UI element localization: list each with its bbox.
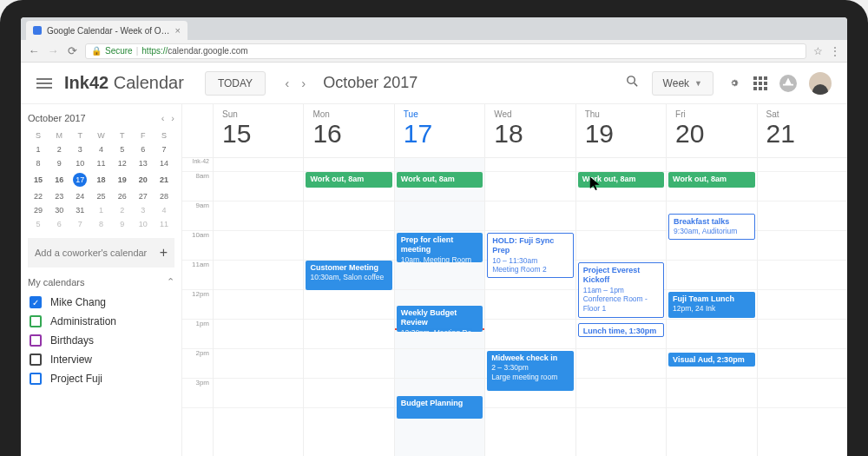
mini-day-cell[interactable]: 6 (49, 217, 69, 231)
my-calendars-header[interactable]: My calendars ⌃ (28, 276, 174, 287)
day-header[interactable]: Thu19 (576, 104, 667, 157)
browser-tab[interactable]: Google Calendar - Week of O… × (26, 21, 187, 40)
calendar-event[interactable]: Project Everest Kickoff11am – 1pmConfere… (578, 262, 664, 318)
mini-day-cell[interactable]: 26 (112, 189, 133, 203)
mini-day-cell[interactable]: 4 (154, 203, 174, 217)
mini-day-cell[interactable]: 17 (69, 170, 90, 189)
calendar-checkbox[interactable] (30, 373, 42, 385)
notifications-icon[interactable] (779, 75, 797, 92)
mini-day-cell[interactable]: 4 (90, 142, 111, 156)
mini-day-cell[interactable]: 30 (49, 203, 69, 217)
mini-day-cell[interactable]: 8 (28, 156, 49, 170)
mini-day-cell[interactable]: 22 (28, 189, 49, 203)
mini-day-cell[interactable]: 18 (90, 170, 111, 189)
calendar-event[interactable]: Prep for client meeting10am, Meeting Roo… (397, 233, 483, 262)
mini-day-cell[interactable]: 7 (154, 142, 174, 156)
day-header[interactable]: Fri20 (667, 104, 757, 157)
next-period-button[interactable]: › (301, 76, 306, 90)
mini-day-cell[interactable]: 6 (133, 142, 154, 156)
back-button[interactable]: ← (28, 44, 40, 57)
mini-day-cell[interactable]: 16 (49, 170, 69, 189)
calendar-event[interactable]: Weekly Budget Review12:30pm, Meeting Ro (397, 306, 483, 332)
account-avatar[interactable] (809, 72, 832, 95)
mini-day-cell[interactable]: 27 (133, 189, 154, 203)
day-header[interactable]: Wed18 (485, 104, 575, 157)
calendar-event[interactable]: Lunch time, 1:30pm (578, 323, 664, 337)
calendar-list-item[interactable]: ✓Mike Chang (28, 293, 174, 312)
mini-day-cell[interactable]: 5 (28, 217, 49, 231)
mini-day-cell[interactable]: 24 (69, 189, 90, 203)
plus-icon[interactable]: + (160, 245, 168, 261)
day-column[interactable]: HOLD: Fuji Sync Prep10 – 11:30amMeeting … (485, 158, 575, 456)
calendar-event[interactable]: Visual Aud, 2:30pm (668, 353, 754, 367)
mini-day-cell[interactable]: 7 (69, 217, 90, 231)
calendar-event[interactable]: Midweek check in2 – 3:30pmLarge meeting … (487, 351, 573, 391)
day-column[interactable] (214, 158, 304, 456)
mini-day-cell[interactable]: 2 (112, 203, 133, 217)
settings-gear-icon[interactable] (726, 74, 741, 93)
mini-day-cell[interactable]: 28 (154, 189, 174, 203)
calendar-list-item[interactable]: Project Fuji (28, 369, 174, 388)
calendar-list-item[interactable]: Birthdays (28, 331, 174, 350)
calendar-event[interactable]: Work out, 8am (306, 172, 391, 188)
mini-prev-button[interactable]: ‹ (161, 113, 165, 123)
mini-day-cell[interactable]: 12 (112, 156, 133, 170)
view-selector[interactable]: Week ▼ (652, 71, 713, 96)
calendar-event[interactable]: Budget Planning (397, 396, 483, 419)
search-icon[interactable] (625, 74, 640, 92)
google-apps-icon[interactable] (753, 76, 767, 90)
calendar-event[interactable]: Customer Meeting10:30am, Salon coffee (306, 261, 391, 290)
calendar-event[interactable]: Fuji Team Lunch12pm, 24 Ink (668, 292, 754, 318)
mini-day-cell[interactable]: 19 (112, 170, 133, 189)
day-header[interactable]: Sat21 (758, 104, 847, 157)
mini-day-cell[interactable]: 14 (154, 156, 174, 170)
calendar-event[interactable]: Breakfast talks9:30am, Auditorium (668, 214, 754, 240)
calendar-checkbox[interactable] (30, 334, 42, 347)
mini-day-cell[interactable]: 21 (154, 170, 174, 189)
day-column[interactable] (758, 158, 847, 456)
calendar-event[interactable]: HOLD: Fuji Sync Prep10 – 11:30amMeeting … (487, 233, 573, 278)
add-coworker-input[interactable]: Add a coworker's calendar + (28, 238, 174, 268)
day-header[interactable]: Sun15 (214, 104, 304, 157)
mini-day-cell[interactable]: 2 (49, 142, 69, 156)
mini-day-cell[interactable]: 13 (133, 156, 154, 170)
mini-day-cell[interactable]: 25 (90, 189, 111, 203)
day-column[interactable]: Work out, 8amProject Everest Kickoff11am… (576, 158, 667, 456)
mini-day-cell[interactable]: 11 (154, 217, 174, 231)
day-column[interactable]: Work out, 8amBreakfast talks9:30am, Audi… (667, 158, 757, 456)
mini-day-cell[interactable]: 3 (133, 203, 154, 217)
calendar-list-item[interactable]: Interview (28, 350, 174, 369)
forward-button[interactable]: → (47, 44, 59, 57)
mini-day-cell[interactable]: 9 (112, 217, 133, 231)
mini-day-cell[interactable]: 10 (69, 156, 90, 170)
day-header[interactable]: Tue17 (395, 104, 485, 157)
mini-day-cell[interactable]: 1 (90, 203, 111, 217)
address-bar[interactable]: 🔒 Secure | https://calendar.google.com (85, 43, 806, 59)
mini-day-cell[interactable]: 9 (49, 156, 69, 170)
mini-day-cell[interactable]: 3 (69, 142, 90, 156)
star-icon[interactable]: ☆ (813, 45, 823, 57)
browser-menu-icon[interactable]: ⋮ (830, 45, 840, 57)
prev-period-button[interactable]: ‹ (285, 76, 289, 90)
day-column[interactable]: Work out, 8amCustomer Meeting10:30am, Sa… (304, 158, 394, 456)
mini-day-cell[interactable]: 11 (90, 156, 111, 170)
mini-day-cell[interactable]: 31 (69, 203, 90, 217)
main-menu-icon[interactable] (36, 76, 52, 91)
calendar-event[interactable]: Work out, 8am (668, 172, 754, 188)
calendar-event[interactable]: Work out, 8am (397, 172, 483, 188)
mini-day-cell[interactable]: 5 (112, 142, 133, 156)
tab-close-icon[interactable]: × (175, 25, 181, 36)
calendar-checkbox[interactable] (30, 315, 42, 327)
mini-next-button[interactable]: › (171, 113, 174, 123)
mini-day-cell[interactable]: 15 (28, 170, 49, 189)
reload-button[interactable]: ⟳ (66, 44, 78, 57)
mini-day-cell[interactable]: 23 (49, 189, 69, 203)
mini-day-cell[interactable]: 10 (133, 217, 154, 231)
mini-day-cell[interactable]: 8 (90, 217, 111, 231)
mini-calendar[interactable]: SMTWTFS 12345678910111213141516171819202… (28, 129, 174, 231)
calendar-checkbox[interactable]: ✓ (30, 296, 42, 308)
mini-day-cell[interactable]: 1 (28, 142, 49, 156)
day-column[interactable]: Work out, 8amPrep for client meeting10am… (395, 158, 485, 456)
day-header[interactable]: Mon16 (304, 104, 394, 157)
mini-day-cell[interactable]: 20 (133, 170, 154, 189)
